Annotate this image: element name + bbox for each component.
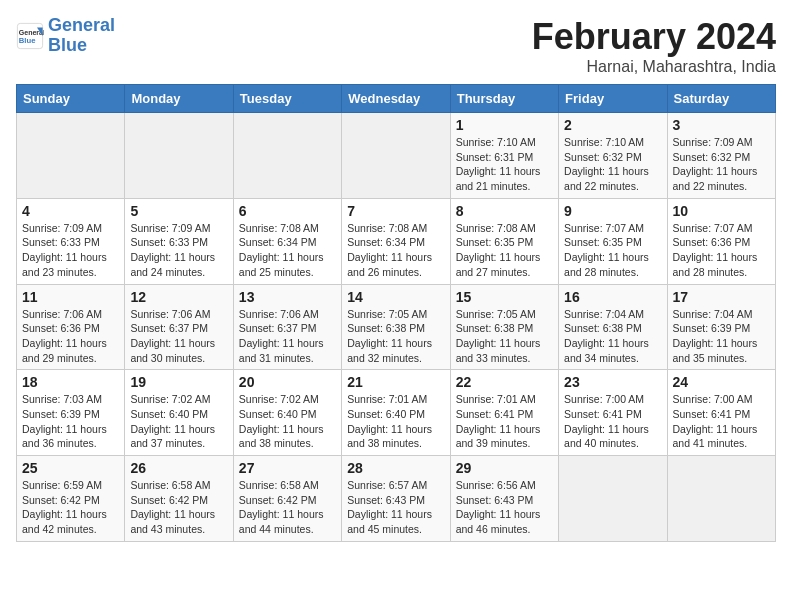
- weekday-header-friday: Friday: [559, 85, 667, 113]
- weekday-header-saturday: Saturday: [667, 85, 775, 113]
- week-row-1: 1Sunrise: 7:10 AM Sunset: 6:31 PM Daylig…: [17, 113, 776, 199]
- day-number: 11: [22, 289, 119, 305]
- calendar-cell: 16Sunrise: 7:04 AM Sunset: 6:38 PM Dayli…: [559, 284, 667, 370]
- calendar-body: 1Sunrise: 7:10 AM Sunset: 6:31 PM Daylig…: [17, 113, 776, 542]
- weekday-header-row: SundayMondayTuesdayWednesdayThursdayFrid…: [17, 85, 776, 113]
- day-number: 29: [456, 460, 553, 476]
- day-info: Sunrise: 7:02 AM Sunset: 6:40 PM Dayligh…: [130, 392, 227, 451]
- calendar-cell: 7Sunrise: 7:08 AM Sunset: 6:34 PM Daylig…: [342, 198, 450, 284]
- day-info: Sunrise: 7:00 AM Sunset: 6:41 PM Dayligh…: [564, 392, 661, 451]
- day-number: 7: [347, 203, 444, 219]
- day-info: Sunrise: 7:01 AM Sunset: 6:40 PM Dayligh…: [347, 392, 444, 451]
- day-number: 22: [456, 374, 553, 390]
- calendar-cell: 17Sunrise: 7:04 AM Sunset: 6:39 PM Dayli…: [667, 284, 775, 370]
- day-info: Sunrise: 7:09 AM Sunset: 6:33 PM Dayligh…: [130, 221, 227, 280]
- calendar-cell: 3Sunrise: 7:09 AM Sunset: 6:32 PM Daylig…: [667, 113, 775, 199]
- day-info: Sunrise: 7:03 AM Sunset: 6:39 PM Dayligh…: [22, 392, 119, 451]
- day-info: Sunrise: 7:00 AM Sunset: 6:41 PM Dayligh…: [673, 392, 770, 451]
- day-info: Sunrise: 7:06 AM Sunset: 6:37 PM Dayligh…: [239, 307, 336, 366]
- day-info: Sunrise: 7:08 AM Sunset: 6:34 PM Dayligh…: [347, 221, 444, 280]
- day-number: 20: [239, 374, 336, 390]
- day-info: Sunrise: 7:08 AM Sunset: 6:35 PM Dayligh…: [456, 221, 553, 280]
- logo-icon: General Blue: [16, 22, 44, 50]
- day-number: 27: [239, 460, 336, 476]
- week-row-5: 25Sunrise: 6:59 AM Sunset: 6:42 PM Dayli…: [17, 456, 776, 542]
- day-info: Sunrise: 6:57 AM Sunset: 6:43 PM Dayligh…: [347, 478, 444, 537]
- weekday-header-sunday: Sunday: [17, 85, 125, 113]
- day-info: Sunrise: 6:59 AM Sunset: 6:42 PM Dayligh…: [22, 478, 119, 537]
- calendar-cell: 28Sunrise: 6:57 AM Sunset: 6:43 PM Dayli…: [342, 456, 450, 542]
- day-number: 10: [673, 203, 770, 219]
- day-number: 21: [347, 374, 444, 390]
- day-number: 24: [673, 374, 770, 390]
- calendar-cell: 12Sunrise: 7:06 AM Sunset: 6:37 PM Dayli…: [125, 284, 233, 370]
- day-number: 2: [564, 117, 661, 133]
- day-number: 14: [347, 289, 444, 305]
- day-number: 6: [239, 203, 336, 219]
- day-info: Sunrise: 7:07 AM Sunset: 6:35 PM Dayligh…: [564, 221, 661, 280]
- calendar-cell: 26Sunrise: 6:58 AM Sunset: 6:42 PM Dayli…: [125, 456, 233, 542]
- weekday-header-wednesday: Wednesday: [342, 85, 450, 113]
- day-number: 12: [130, 289, 227, 305]
- day-info: Sunrise: 6:56 AM Sunset: 6:43 PM Dayligh…: [456, 478, 553, 537]
- weekday-header-thursday: Thursday: [450, 85, 558, 113]
- day-info: Sunrise: 7:07 AM Sunset: 6:36 PM Dayligh…: [673, 221, 770, 280]
- day-number: 15: [456, 289, 553, 305]
- calendar-cell: 21Sunrise: 7:01 AM Sunset: 6:40 PM Dayli…: [342, 370, 450, 456]
- day-info: Sunrise: 7:06 AM Sunset: 6:37 PM Dayligh…: [130, 307, 227, 366]
- day-number: 4: [22, 203, 119, 219]
- day-number: 18: [22, 374, 119, 390]
- day-info: Sunrise: 7:04 AM Sunset: 6:38 PM Dayligh…: [564, 307, 661, 366]
- calendar-cell: [233, 113, 341, 199]
- day-info: Sunrise: 7:02 AM Sunset: 6:40 PM Dayligh…: [239, 392, 336, 451]
- day-info: Sunrise: 7:08 AM Sunset: 6:34 PM Dayligh…: [239, 221, 336, 280]
- svg-text:Blue: Blue: [19, 36, 36, 45]
- day-number: 5: [130, 203, 227, 219]
- calendar-cell: 23Sunrise: 7:00 AM Sunset: 6:41 PM Dayli…: [559, 370, 667, 456]
- calendar-cell: 9Sunrise: 7:07 AM Sunset: 6:35 PM Daylig…: [559, 198, 667, 284]
- calendar-cell: [17, 113, 125, 199]
- calendar-cell: 5Sunrise: 7:09 AM Sunset: 6:33 PM Daylig…: [125, 198, 233, 284]
- day-number: 25: [22, 460, 119, 476]
- calendar-cell: 24Sunrise: 7:00 AM Sunset: 6:41 PM Dayli…: [667, 370, 775, 456]
- day-number: 13: [239, 289, 336, 305]
- day-number: 19: [130, 374, 227, 390]
- calendar-cell: 1Sunrise: 7:10 AM Sunset: 6:31 PM Daylig…: [450, 113, 558, 199]
- calendar-cell: 13Sunrise: 7:06 AM Sunset: 6:37 PM Dayli…: [233, 284, 341, 370]
- header: General Blue GeneralBlue February 2024 H…: [16, 16, 776, 76]
- day-number: 8: [456, 203, 553, 219]
- calendar-cell: 4Sunrise: 7:09 AM Sunset: 6:33 PM Daylig…: [17, 198, 125, 284]
- day-info: Sunrise: 7:05 AM Sunset: 6:38 PM Dayligh…: [456, 307, 553, 366]
- calendar-cell: [559, 456, 667, 542]
- day-info: Sunrise: 7:01 AM Sunset: 6:41 PM Dayligh…: [456, 392, 553, 451]
- week-row-4: 18Sunrise: 7:03 AM Sunset: 6:39 PM Dayli…: [17, 370, 776, 456]
- day-info: Sunrise: 7:05 AM Sunset: 6:38 PM Dayligh…: [347, 307, 444, 366]
- location-subtitle: Harnai, Maharashtra, India: [532, 58, 776, 76]
- logo-name: GeneralBlue: [48, 16, 115, 56]
- day-number: 23: [564, 374, 661, 390]
- calendar-cell: 2Sunrise: 7:10 AM Sunset: 6:32 PM Daylig…: [559, 113, 667, 199]
- day-info: Sunrise: 7:09 AM Sunset: 6:32 PM Dayligh…: [673, 135, 770, 194]
- day-info: Sunrise: 6:58 AM Sunset: 6:42 PM Dayligh…: [130, 478, 227, 537]
- day-number: 17: [673, 289, 770, 305]
- calendar-table: SundayMondayTuesdayWednesdayThursdayFrid…: [16, 84, 776, 542]
- weekday-header-tuesday: Tuesday: [233, 85, 341, 113]
- calendar-cell: 29Sunrise: 6:56 AM Sunset: 6:43 PM Dayli…: [450, 456, 558, 542]
- calendar-cell: 25Sunrise: 6:59 AM Sunset: 6:42 PM Dayli…: [17, 456, 125, 542]
- calendar-cell: 8Sunrise: 7:08 AM Sunset: 6:35 PM Daylig…: [450, 198, 558, 284]
- calendar-cell: 14Sunrise: 7:05 AM Sunset: 6:38 PM Dayli…: [342, 284, 450, 370]
- day-info: Sunrise: 7:09 AM Sunset: 6:33 PM Dayligh…: [22, 221, 119, 280]
- calendar-cell: 20Sunrise: 7:02 AM Sunset: 6:40 PM Dayli…: [233, 370, 341, 456]
- day-number: 1: [456, 117, 553, 133]
- week-row-2: 4Sunrise: 7:09 AM Sunset: 6:33 PM Daylig…: [17, 198, 776, 284]
- day-number: 16: [564, 289, 661, 305]
- day-number: 9: [564, 203, 661, 219]
- month-title: February 2024: [532, 16, 776, 58]
- day-number: 28: [347, 460, 444, 476]
- day-info: Sunrise: 7:06 AM Sunset: 6:36 PM Dayligh…: [22, 307, 119, 366]
- week-row-3: 11Sunrise: 7:06 AM Sunset: 6:36 PM Dayli…: [17, 284, 776, 370]
- calendar-cell: 11Sunrise: 7:06 AM Sunset: 6:36 PM Dayli…: [17, 284, 125, 370]
- day-info: Sunrise: 7:10 AM Sunset: 6:31 PM Dayligh…: [456, 135, 553, 194]
- day-info: Sunrise: 6:58 AM Sunset: 6:42 PM Dayligh…: [239, 478, 336, 537]
- weekday-header-monday: Monday: [125, 85, 233, 113]
